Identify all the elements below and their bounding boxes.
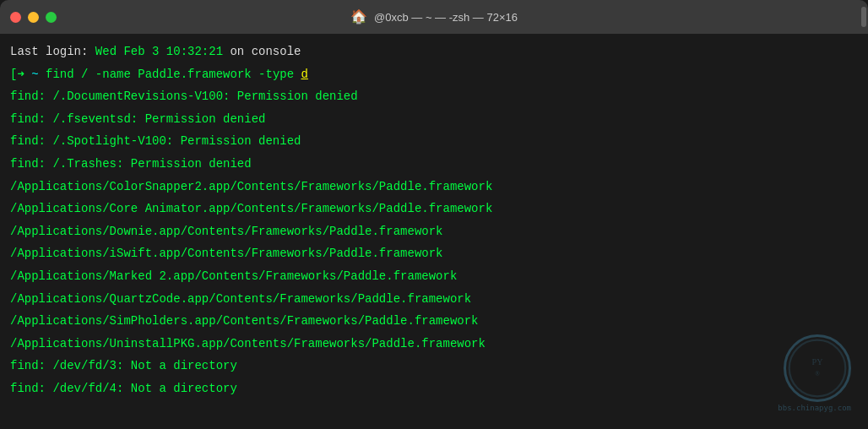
- login-date: Wed Feb 3 10:32:21: [95, 45, 223, 58]
- terminal-line: /Applications/QuartzCode.app/Contents/Fr…: [10, 288, 858, 311]
- terminal-line: /Applications/SimPholders.app/Contents/F…: [10, 310, 858, 333]
- error-line-1: find: /.DocumentRevisions-V100: Permissi…: [10, 90, 358, 103]
- result-line-5: /Applications/Marked 2.app/Contents/Fram…: [10, 269, 457, 283]
- login-text: Last login:: [10, 45, 95, 58]
- result-line-7: /Applications/SimPholders.app/Contents/F…: [10, 314, 479, 328]
- result-line-4: /Applications/iSwift.app/Contents/Framew…: [10, 247, 442, 260]
- terminal-line: find: /dev/fd/3: Not a directory: [10, 355, 858, 377]
- terminal-window: 🏠 @0xcb — ~ — -zsh — 72×16 Last login: W…: [0, 0, 868, 429]
- svg-text:PY: PY: [812, 357, 824, 367]
- terminal-line: /Applications/UninstallPKG.app/Contents/…: [10, 333, 858, 356]
- svg-text:®: ®: [815, 370, 820, 377]
- error-line-4: find: /.Trashes: Permission denied: [10, 157, 252, 171]
- terminal-line: /Applications/Marked 2.app/Contents/Fram…: [10, 265, 858, 288]
- result-line-6: /Applications/QuartzCode.app/Contents/Fr…: [10, 292, 471, 306]
- terminal-line: /Applications/Core Animator.app/Contents…: [10, 198, 858, 220]
- home-icon: 🏠: [350, 8, 367, 25]
- titlebar-center: 🏠 @0xcb — ~ — -zsh — 72×16: [350, 8, 518, 25]
- command-highlight: d: [301, 68, 308, 81]
- result-line-8: /Applications/UninstallPKG.app/Contents/…: [10, 337, 486, 350]
- terminal-line: find: /.Spotlight-V100: Permission denie…: [10, 130, 858, 153]
- traffic-lights: [10, 12, 57, 23]
- error-line-2: find: /.fseventsd: Permission denied: [10, 112, 265, 126]
- terminal-line: find: /.DocumentRevisions-V100: Permissi…: [10, 85, 858, 108]
- error-line-6: find: /dev/fd/4: Not a directory: [10, 382, 237, 395]
- titlebar: 🏠 @0xcb — ~ — -zsh — 72×16: [0, 0, 868, 34]
- window-title: @0xcb — ~ — -zsh — 72×16: [374, 11, 518, 24]
- error-line-3: find: /.Spotlight-V100: Permission denie…: [10, 134, 301, 148]
- close-button[interactable]: [10, 12, 21, 23]
- watermark-circle: PY ®: [784, 334, 851, 402]
- error-line-5: find: /dev/fd/3: Not a directory: [10, 359, 237, 372]
- maximize-button[interactable]: [46, 12, 57, 23]
- terminal-line: /Applications/ColorSnapper2.app/Contents…: [10, 176, 858, 198]
- terminal-line: /Applications/Downie.app/Contents/Framew…: [10, 220, 858, 243]
- watermark-text: bbs.chinapyg.com: [778, 404, 851, 412]
- terminal-prompt-line: [➜ ~ find / -name Paddle.framework -type…: [10, 63, 858, 86]
- result-line-1: /Applications/ColorSnapper2.app/Contents…: [10, 180, 492, 193]
- terminal-line: /Applications/iSwift.app/Contents/Framew…: [10, 242, 858, 265]
- terminal-line: find: /.Trashes: Permission denied: [10, 153, 858, 176]
- result-line-2: /Applications/Core Animator.app/Contents…: [10, 202, 492, 215]
- minimize-button[interactable]: [28, 12, 39, 23]
- svg-point-0: [789, 340, 846, 397]
- titlebar-scrollbar: [861, 7, 866, 27]
- terminal-body[interactable]: Last login: Wed Feb 3 10:32:21 on consol…: [0, 34, 868, 429]
- watermark: PY ® bbs.chinapyg.com: [778, 334, 851, 412]
- terminal-line: find: /.fseventsd: Permission denied: [10, 108, 858, 131]
- terminal-line: Last login: Wed Feb 3 10:32:21 on consol…: [10, 41, 858, 63]
- terminal-line: find: /dev/fd/4: Not a directory: [10, 377, 858, 400]
- command-text: find / -name Paddle.framework -type: [46, 68, 301, 81]
- prompt-tilde: ~: [31, 68, 46, 81]
- prompt-arrow: [➜: [10, 68, 24, 81]
- result-line-3: /Applications/Downie.app/Contents/Framew…: [10, 225, 442, 238]
- watermark-svg: PY ®: [786, 334, 849, 402]
- login-suffix: on console: [223, 45, 301, 58]
